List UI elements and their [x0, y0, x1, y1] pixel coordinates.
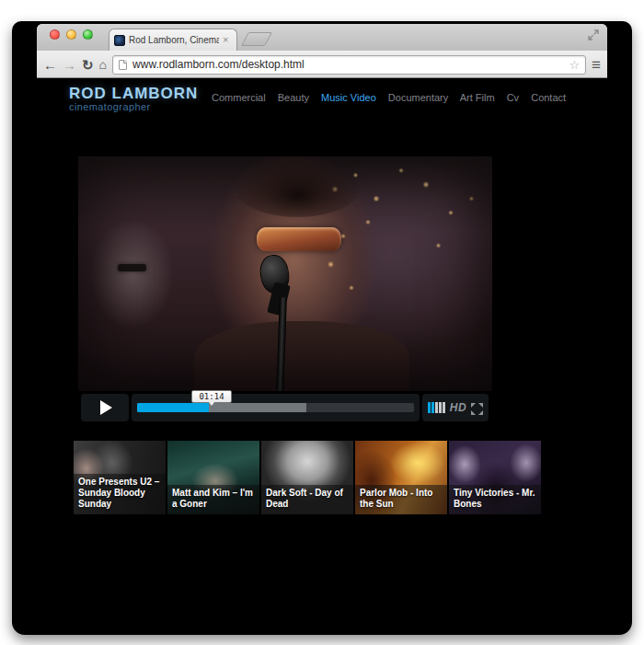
page-document-icon	[119, 60, 127, 70]
thumbnail-caption: One Presents U2 – Sunday Bloody Sunday	[74, 474, 166, 514]
time-tooltip: 01:14	[191, 390, 232, 403]
progress-played	[137, 403, 209, 412]
thumbnail-caption: Matt and Kim – I'm a Goner	[167, 485, 259, 514]
minimize-window-button[interactable]	[66, 29, 76, 40]
nav-item-art-film[interactable]: Art Film	[460, 92, 495, 103]
chrome-menu-icon[interactable]: ≡	[592, 57, 601, 73]
browser-tab[interactable]: Rod Lamborn, Cinematogr ×	[109, 29, 237, 51]
site-tagline: cinematographer	[69, 101, 151, 112]
nav-item-music-video[interactable]: Music Video	[321, 92, 376, 103]
video-thumbnail[interactable]: Dark Soft - Day of Dead	[261, 441, 353, 514]
thumbnail-caption: Parlor Mob - Into the Sun	[355, 485, 447, 514]
progress-track[interactable]	[137, 403, 414, 412]
nav-item-documentary[interactable]: Documentary	[388, 92, 448, 103]
browser-toolbar: ← → ↻ ⌂ www.rodlamborn.com/desktop.html …	[37, 51, 607, 78]
tab-close-icon[interactable]: ×	[223, 35, 228, 45]
progress-bar[interactable]	[132, 394, 420, 421]
tab-favicon-icon	[114, 35, 125, 46]
fullscreen-icon[interactable]	[471, 402, 483, 414]
screenshot-root: Rod Lamborn, Cinematogr × ← → ↻ ⌂ www.ro…	[0, 0, 644, 645]
url-text[interactable]: www.rodlamborn.com/desktop.html	[132, 58, 563, 71]
nav-item-cv[interactable]: Cv	[507, 92, 519, 103]
nav-item-commercial[interactable]: Commercial	[212, 92, 266, 103]
tab-title: Rod Lamborn, Cinematogr	[129, 35, 219, 45]
video-thumbnail[interactable]: Matt and Kim – I'm a Goner	[167, 441, 259, 514]
video-thumbnail[interactable]: One Presents U2 – Sunday Bloody Sunday	[74, 441, 166, 514]
video-thumbnail[interactable]: Parlor Mob - Into the Sun	[355, 441, 447, 514]
zoom-window-button[interactable]	[83, 29, 93, 40]
forward-button[interactable]: →	[63, 58, 76, 72]
tab-strip: Rod Lamborn, Cinematogr ×	[37, 24, 607, 51]
video-vignette	[78, 156, 492, 391]
play-button[interactable]	[81, 394, 129, 421]
bookmark-star-icon[interactable]: ☆	[569, 59, 580, 71]
close-window-button[interactable]	[50, 29, 60, 40]
browser-chrome: Rod Lamborn, Cinematogr × ← → ↻ ⌂ www.ro…	[37, 24, 607, 78]
back-button[interactable]: ←	[43, 58, 57, 72]
volume-bars-icon[interactable]	[428, 402, 445, 413]
nav-item-contact[interactable]: Contact	[531, 92, 566, 103]
thumbnail-caption: Dark Soft - Day of Dead	[261, 485, 353, 514]
hd-toggle[interactable]: HD	[450, 401, 466, 414]
player-right-controls: HD	[422, 394, 489, 421]
reload-button[interactable]: ↻	[82, 58, 94, 72]
site-nav: Commercial Beauty Music Video Documentar…	[212, 92, 575, 103]
site-logo[interactable]: ROD LAMBORN	[69, 85, 198, 103]
video-frame[interactable]	[78, 156, 492, 391]
address-bar[interactable]: www.rodlamborn.com/desktop.html ☆	[112, 55, 586, 75]
thumbnail-caption: Tiny Victories - Mr. Bones	[449, 485, 541, 514]
expand-arrows-icon[interactable]	[588, 29, 599, 40]
play-icon	[100, 400, 112, 415]
video-thumbnail[interactable]: Tiny Victories - Mr. Bones	[449, 441, 541, 514]
nav-item-beauty[interactable]: Beauty	[278, 92, 309, 103]
new-tab-button[interactable]	[241, 32, 272, 46]
home-button[interactable]: ⌂	[99, 57, 107, 72]
